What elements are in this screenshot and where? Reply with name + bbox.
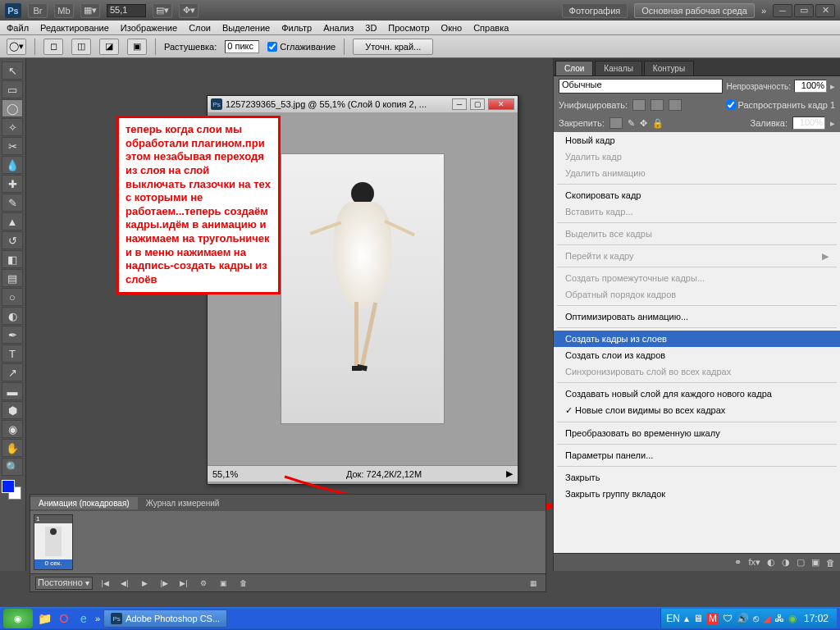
propagate-checkbox[interactable]: Распространить кадр 1: [726, 100, 835, 110]
ql-more-icon[interactable]: »: [95, 614, 100, 623]
intersect-selection-icon[interactable]: ▣: [127, 39, 147, 55]
doc-minimize-button[interactable]: ─: [452, 98, 467, 110]
tray-nvidia-icon[interactable]: ◉: [788, 613, 797, 624]
window-minimize-button[interactable]: ─: [773, 4, 792, 17]
menu-3d[interactable]: 3D: [365, 23, 377, 33]
animation-frame[interactable]: 1 0 сек.: [34, 514, 73, 570]
doc-close-button[interactable]: ✕: [488, 98, 514, 110]
ctx-close[interactable]: Закрыть: [554, 469, 840, 486]
group-icon[interactable]: ▢: [797, 557, 805, 568]
blend-mode-select[interactable]: Обычные: [559, 79, 723, 94]
frame-thumbnail[interactable]: [34, 523, 72, 559]
hand-tool[interactable]: ✋: [2, 439, 23, 457]
prev-frame-button[interactable]: ◀|: [117, 578, 132, 589]
task-photoshop[interactable]: PsAdobe Photoshop CS...: [103, 609, 227, 628]
fill-input[interactable]: 100%: [792, 116, 825, 130]
more-icon[interactable]: »: [761, 6, 766, 16]
menu-file[interactable]: Файл: [7, 23, 29, 33]
eraser-tool[interactable]: ◧: [2, 250, 23, 268]
lock-brush-icon[interactable]: ✎: [628, 118, 635, 129]
3dcam-tool[interactable]: ◉: [2, 420, 23, 438]
minibridge-icon[interactable]: Mb: [54, 3, 74, 18]
lock-transparency-icon[interactable]: [609, 117, 623, 129]
adjust-icon[interactable]: ◑: [782, 557, 790, 568]
lasso-tool[interactable]: ◯: [2, 99, 23, 117]
heal-tool[interactable]: ✚: [2, 175, 23, 193]
document-titlebar[interactable]: Ps 1257239365_53.jpg @ 55,1% (Слой 0 коп…: [208, 96, 518, 112]
add-selection-icon[interactable]: ◫: [71, 39, 91, 55]
tray-usb-icon[interactable]: ⎋: [753, 613, 759, 624]
tray-net-icon[interactable]: 🖧: [774, 613, 784, 624]
tray-volume-icon[interactable]: 🔊: [737, 613, 749, 624]
move-tool[interactable]: ↖: [2, 62, 23, 80]
tab-layers[interactable]: Слои: [555, 61, 593, 75]
menu-analysis[interactable]: Анализ: [323, 23, 354, 33]
lock-move-icon[interactable]: ✥: [640, 118, 647, 129]
window-maximize-button[interactable]: ▭: [794, 4, 814, 17]
lasso-preset-icon[interactable]: ◯▾: [7, 39, 26, 55]
ctx-new-frame[interactable]: Новый кадр: [554, 132, 840, 148]
ctx-copy-frame[interactable]: Скопировать кадр: [554, 187, 840, 203]
menu-window[interactable]: Окно: [441, 23, 463, 33]
new-layer-icon[interactable]: ▣: [811, 557, 819, 568]
new-selection-icon[interactable]: ◻: [43, 39, 63, 55]
ctx-layers-from-frames[interactable]: Создать слои из кадров: [554, 347, 840, 363]
ctx-new-layer-per-frame[interactable]: Создавать новый слой для каждого нового …: [554, 386, 840, 402]
timeline-mode-button[interactable]: ▦: [526, 578, 541, 589]
play-button[interactable]: ▶: [137, 578, 152, 589]
last-frame-button[interactable]: ▶|: [176, 578, 191, 589]
doc-maximize-button[interactable]: ▢: [470, 98, 485, 110]
blur-tool[interactable]: ○: [2, 288, 23, 306]
delete-frame-button[interactable]: 🗑: [235, 578, 250, 589]
trash-icon[interactable]: 🗑: [826, 558, 835, 568]
ctx-new-layers-visible[interactable]: ✓Новые слои видимы во всех кадрах: [554, 402, 840, 419]
ctx-frames-from-layers[interactable]: Создать кадры из слоев: [554, 331, 840, 347]
clock[interactable]: 17:02: [801, 613, 832, 624]
ql-folder-icon[interactable]: 📁: [36, 610, 52, 627]
start-button[interactable]: ◉: [3, 609, 33, 628]
link-icon[interactable]: ⚭: [734, 557, 742, 568]
unify-vis-icon[interactable]: [651, 99, 664, 111]
crop-tool[interactable]: ✂: [2, 137, 23, 155]
ctx-optimize[interactable]: Оптимизировать анимацию...: [554, 308, 840, 325]
mask-icon[interactable]: ◐: [767, 557, 775, 568]
zoom-tool[interactable]: 🔍: [2, 458, 23, 476]
wand-tool[interactable]: ✧: [2, 118, 23, 136]
fill-arrow-icon[interactable]: ▸: [830, 118, 835, 129]
tray-m-icon[interactable]: M: [707, 613, 719, 624]
stamp-tool[interactable]: ▲: [2, 212, 23, 231]
subtract-selection-icon[interactable]: ◪: [99, 39, 119, 55]
antialias-checkbox[interactable]: Сглаживание: [267, 42, 336, 52]
path-tool[interactable]: ↗: [2, 363, 23, 381]
pen-tool[interactable]: ✒: [2, 326, 23, 344]
ql-opera-icon[interactable]: O: [56, 610, 72, 627]
menu-view[interactable]: Просмотр: [388, 23, 429, 33]
grid-icon[interactable]: ▤▾: [153, 3, 172, 18]
workspace-photo-button[interactable]: Фотография: [562, 3, 628, 18]
doc-zoom[interactable]: 55,1%: [212, 469, 262, 479]
tab-measurement[interactable]: Журнал измерений: [138, 497, 228, 509]
new-frame-button[interactable]: ▣: [216, 578, 231, 589]
type-tool[interactable]: T: [2, 345, 23, 363]
tab-channels[interactable]: Каналы: [595, 61, 642, 75]
menu-filter[interactable]: Фильтр: [281, 23, 312, 33]
lock-all-icon[interactable]: 🔒: [652, 118, 664, 129]
tab-paths[interactable]: Контуры: [644, 61, 694, 75]
tab-animation[interactable]: Анимация (покадровая): [30, 497, 138, 509]
menu-select[interactable]: Выделение: [222, 23, 270, 33]
color-swatch[interactable]: [2, 480, 24, 500]
brush-tool[interactable]: ✎: [2, 194, 23, 212]
menu-edit[interactable]: Редактирование: [40, 23, 109, 33]
opacity-arrow-icon[interactable]: ▸: [830, 81, 835, 92]
menu-image[interactable]: Изображение: [121, 23, 177, 33]
marquee-tool[interactable]: ▭: [2, 80, 23, 98]
tray-monitor-icon[interactable]: 🖥: [693, 613, 703, 624]
unify-pos-icon[interactable]: [632, 99, 646, 111]
zoom-level-input[interactable]: 55,1: [107, 4, 146, 17]
feather-input[interactable]: 0 пикс: [225, 40, 259, 53]
unify-style-icon[interactable]: [669, 99, 682, 111]
3d-tool[interactable]: ⬢: [2, 401, 23, 419]
ctx-panel-options[interactable]: Параметры панели...: [554, 447, 840, 463]
workspace-essentials-button[interactable]: Основная рабочая среда: [634, 3, 755, 18]
window-close-button[interactable]: ✕: [815, 4, 835, 17]
